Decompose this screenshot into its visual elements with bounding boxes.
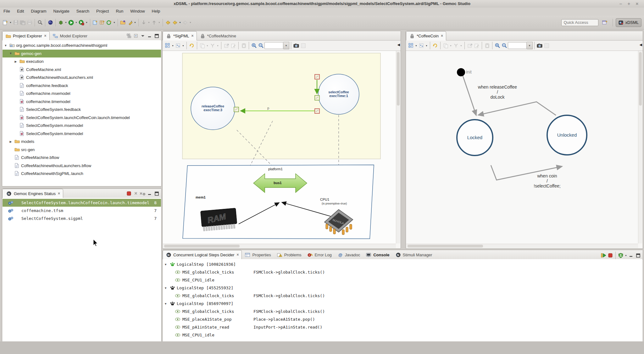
dropdown-caret-icon[interactable]: ▼ xyxy=(171,42,175,49)
dropdown-caret-icon[interactable]: ▼ xyxy=(178,19,182,26)
quick-access-input[interactable] xyxy=(561,19,598,26)
min-icon[interactable] xyxy=(628,252,634,259)
expand-arrow-icon[interactable]: ▶ xyxy=(14,60,18,63)
releasecoffee-name[interactable]: releaseCoffeeexecTime:3 xyxy=(191,104,235,112)
pencil-icon[interactable] xyxy=(127,19,133,26)
tree-item-coffemachine-msemodel[interactable]: coffemachine.msemodel xyxy=(3,90,161,97)
camera-icon[interactable] xyxy=(536,42,543,49)
tree-item-coffeemachine-bflow[interactable]: CoffeeMachine.bflow xyxy=(3,154,161,161)
select-icon[interactable] xyxy=(175,42,181,49)
mse-event-row[interactable]: MSE_pA1inState_readInputPort->pA1inState… xyxy=(163,323,642,331)
playpause-icon[interactable] xyxy=(600,252,607,259)
mse-event-row[interactable]: MSE_globalClock_ticksFSMClock->globalClo… xyxy=(163,308,642,315)
open-perspective-icon[interactable]: ✦ xyxy=(602,19,608,26)
engine-row-2[interactable]: coffemachine.tfsm7 xyxy=(3,207,161,215)
menu-run[interactable]: Run xyxy=(112,8,127,14)
xgears-icon[interactable]: × xyxy=(140,190,146,197)
palette-toggle-icon[interactable]: ◀ xyxy=(397,43,400,47)
zoom-combo-caret-icon[interactable]: ▼ xyxy=(527,42,533,49)
tree-item-coffemachine-feedback[interactable]: coffemachine.feedback xyxy=(3,82,161,90)
engine-row-3[interactable]: SelectCoffeeSystem.sigpml7 xyxy=(3,215,161,222)
layout-icon[interactable] xyxy=(164,42,171,49)
logicalstep-row[interactable]: ▼LogicalStep [1008261936] xyxy=(163,260,642,268)
editor-tab--sigpml[interactable]: *SigPML× xyxy=(163,31,197,41)
world-icon[interactable] xyxy=(47,19,53,26)
select-icon[interactable] xyxy=(418,42,425,49)
tree-item-src-gen[interactable]: src-gen xyxy=(3,146,161,154)
bottom-tab-properties[interactable]: Properties xyxy=(242,250,274,259)
folderp-icon[interactable] xyxy=(120,19,126,26)
layout-icon[interactable] xyxy=(408,42,414,49)
collapse-arrow-icon[interactable]: ▼ xyxy=(165,263,166,266)
tree-item-execution[interactable]: ▶execution xyxy=(3,57,161,65)
mse-event-row[interactable]: MSE_placeA1State_popPlace->placeA1State.… xyxy=(163,315,642,323)
dropdown-caret-icon[interactable]: ▼ xyxy=(85,19,88,26)
close-tab-icon[interactable]: × xyxy=(192,34,194,38)
goldback-icon[interactable] xyxy=(165,19,171,26)
zoomout-icon[interactable] xyxy=(258,42,264,49)
xdsml-perspective-button[interactable]: xDSML xyxy=(616,18,641,27)
collapse-arrow-icon[interactable]: ▼ xyxy=(9,52,13,55)
collapse-arrow-icon[interactable]: ▼ xyxy=(165,286,166,290)
gridstar-icon[interactable]: ✦ xyxy=(99,19,105,26)
tree-item-models[interactable]: ▶models xyxy=(3,138,161,145)
refresh-icon[interactable] xyxy=(432,42,438,49)
mse-event-row[interactable]: MSE_CPU1_idle xyxy=(163,276,642,284)
menu-window[interactable]: Window xyxy=(127,8,148,14)
close-tab-icon[interactable]: × xyxy=(441,34,443,38)
selectcoffee-name[interactable]: selectCoffeeexecTime:1 xyxy=(318,90,359,98)
collapseall-icon[interactable] xyxy=(126,33,132,39)
menu-navigate[interactable]: Navigate xyxy=(50,8,73,14)
mse-event-row[interactable]: MSE_globalClock_ticksFSMClock->globalClo… xyxy=(163,292,642,300)
collapse-arrow-icon[interactable]: ▼ xyxy=(165,302,166,305)
coffeecoin-hscrollbar[interactable] xyxy=(406,244,638,248)
gstar-icon[interactable]: ✦ xyxy=(106,19,112,26)
new-icon[interactable]: ✦ xyxy=(2,19,8,26)
close-tab-icon[interactable]: × xyxy=(236,253,239,257)
menu-diagram[interactable]: Diagram xyxy=(27,8,50,14)
refresh-icon[interactable] xyxy=(189,42,195,49)
stopred-icon[interactable] xyxy=(607,252,613,259)
sigpml-canvas[interactable]: RAM NUVOLA xyxy=(163,51,396,243)
dropdown-caret-icon[interactable]: ▼ xyxy=(133,19,137,26)
dropdown-caret-icon[interactable]: ▼ xyxy=(9,19,12,26)
menu-file[interactable]: File xyxy=(0,8,14,14)
dropdown-caret-icon[interactable]: ▼ xyxy=(425,42,428,49)
close-window-icon[interactable]: × xyxy=(635,1,640,6)
tree-item-selectcoffeesystem-msemodel[interactable]: SelectCoffeeSystem.msemodel xyxy=(3,122,161,129)
dropdown-caret-icon[interactable]: ▼ xyxy=(216,42,219,49)
tree-item-coffeemachine-xml[interactable]: CoffeeMachine.xml xyxy=(3,66,161,74)
menu-project[interactable]: Project xyxy=(93,8,112,14)
engine-row-1[interactable]: SelectCoffeeSystem.launchCoffeeCoin.laun… xyxy=(3,199,161,207)
editor-tab--coffeecoin[interactable]: *CoffeeCoin× xyxy=(406,31,446,41)
unlocked-label[interactable]: Unlocked xyxy=(551,132,583,138)
explorer-tab-model-explorer[interactable]: Model Explorer xyxy=(50,31,90,40)
max-icon[interactable] xyxy=(153,190,160,197)
tree-item-org-gemoc-sample-bcool-coffeemachinewithsigpml[interactable]: ▼org.gemoc.sample.bcool.coffeemachinewit… xyxy=(3,41,161,49)
maximize-window-icon[interactable]: + xyxy=(626,1,631,6)
dropdown-caret-icon[interactable]: ▼ xyxy=(113,19,116,26)
tree-item-selectcoffeesystem-launchcoffeecoin-launch-timemodel[interactable]: SelectCoffeeSystem.launchCoffeeCoin.laun… xyxy=(3,114,161,122)
minimize-window-icon[interactable]: – xyxy=(618,1,623,6)
mse-event-row[interactable]: MSE_globalClock_ticksFSMClock->globalClo… xyxy=(163,268,642,276)
explorer-tab-project-explorer[interactable]: Project Explorer× xyxy=(2,31,50,41)
initial-state-node[interactable] xyxy=(457,68,465,76)
zoom-level-combo[interactable] xyxy=(264,42,283,49)
zoomout-icon[interactable] xyxy=(501,42,508,49)
zoom-combo-caret-icon[interactable]: ▼ xyxy=(283,42,289,49)
menu-help[interactable]: Help xyxy=(148,8,164,14)
bottom-tab-javadoc[interactable]: @Javadoc xyxy=(335,250,363,259)
close-tab-icon[interactable]: × xyxy=(58,191,60,196)
tab-gemoc-engines-status[interactable]: N Gemoc Engines Status × xyxy=(2,189,63,198)
dropdown-caret-icon[interactable]: ▼ xyxy=(158,19,161,26)
dropdown-caret-icon[interactable]: ▼ xyxy=(459,42,463,49)
dropdown-caret-icon[interactable]: ▼ xyxy=(147,19,151,26)
dropdown-caret-icon[interactable]: ▼ xyxy=(75,19,78,26)
tree-item-gemoc-gen[interactable]: ▼gemoc-gen xyxy=(3,50,161,57)
tree-item-coffeemachinewithoutlaunchers-xml[interactable]: CoffeeMachinewithoutLaunchers.xml xyxy=(3,74,161,81)
menu-search[interactable]: Search xyxy=(73,8,93,14)
sigpml-vscrollbar[interactable] xyxy=(396,51,400,243)
dropdown-caret-icon[interactable]: ▼ xyxy=(181,42,185,49)
zoomin-icon[interactable] xyxy=(251,42,257,49)
bottom-tab-problems[interactable]: !Problems xyxy=(274,250,304,259)
